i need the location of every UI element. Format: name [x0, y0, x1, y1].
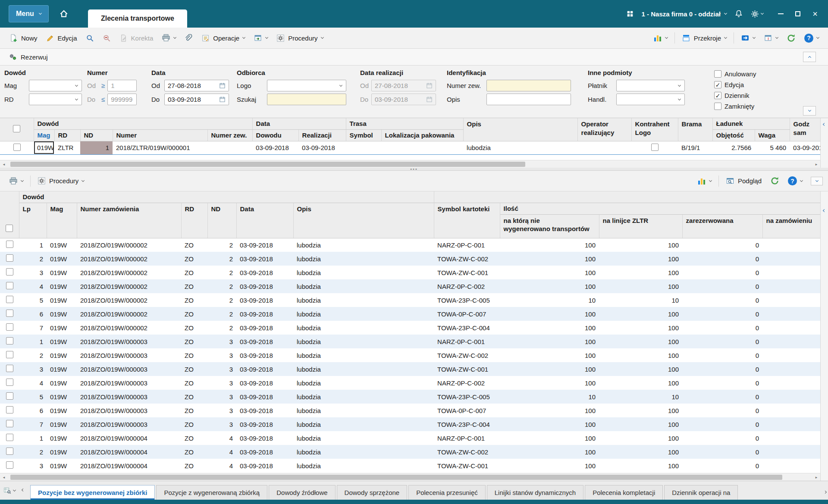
flag-checkbox[interactable] — [714, 103, 721, 110]
column-group-ladunek[interactable]: Ładunek — [712, 118, 790, 129]
row-checkbox[interactable] — [6, 406, 13, 413]
column-operator[interactable]: Operator realizujący — [577, 118, 631, 141]
bottom-tab-1[interactable]: Pozycje bez wygenerowanej zbiórki — [30, 485, 155, 500]
print-button[interactable] — [158, 30, 180, 46]
flag-checkbox[interactable] — [714, 92, 721, 99]
upper-grid-side-panel-toggle[interactable] — [820, 118, 828, 168]
row-checkbox[interactable] — [6, 420, 13, 427]
row-checkbox[interactable] — [6, 365, 13, 372]
row-select-cell[interactable] — [0, 431, 19, 445]
table-row[interactable]: 1019W2018/ZO/019W/000004ZO403-09-2018lub… — [0, 431, 820, 445]
bottom-tab-6[interactable]: Linijki stanów dynamicznych — [487, 485, 583, 500]
bottom-tab-3[interactable]: Dowody źródłowe — [269, 485, 335, 500]
column-numer-zew[interactable]: Numer zew. — [207, 129, 252, 141]
column-waga[interactable]: Waga — [755, 129, 790, 141]
scrollbar-thumb[interactable] — [10, 475, 782, 480]
scroll-left-icon[interactable]: ◂ — [0, 162, 8, 166]
apps-grid-icon[interactable] — [626, 10, 634, 18]
row-select-cell[interactable] — [0, 266, 19, 279]
row-select-cell[interactable] — [0, 238, 19, 252]
column-ilosc-na-linijce[interactable]: na linijce ZLTR — [599, 214, 682, 238]
row-select-cell[interactable] — [0, 417, 19, 431]
bottom-tab-5[interactable]: Polecenia przesunięć — [408, 485, 486, 500]
restore-button[interactable] — [790, 7, 806, 20]
filter-flag[interactable]: Zamknięty — [714, 102, 756, 111]
row-checkbox[interactable] — [6, 461, 13, 469]
row-select-cell[interactable] — [0, 459, 19, 473]
filter-expand-button[interactable] — [803, 52, 816, 62]
lower-grid-side-panel-toggle[interactable] — [820, 191, 828, 481]
edit-button[interactable]: Edycja — [42, 30, 81, 46]
select-all-checkbox[interactable] — [13, 125, 20, 132]
row-select-cell[interactable] — [0, 307, 19, 321]
row-checkbox[interactable] — [6, 254, 13, 262]
table-row[interactable]: 2019W2018/ZO/019W/000003ZO303-09-2018lub… — [0, 348, 820, 362]
procedures-button[interactable]: Procedury — [273, 30, 327, 46]
column-ilosc-na-zamowieniu[interactable]: na zamówieniu — [762, 214, 820, 238]
cell-kontrahent-logo[interactable] — [631, 141, 678, 154]
table-row[interactable]: 1019W2018/ZO/019W/000002ZO203-09-2018lub… — [0, 238, 820, 252]
row-select-cell[interactable] — [0, 348, 19, 362]
column-rd[interactable]: RD — [181, 203, 207, 238]
lower-horizontal-scrollbar[interactable]: ◂ ▸ — [0, 473, 820, 481]
data-do-input[interactable]: 03-09-2018 — [164, 94, 229, 105]
refresh-button[interactable] — [766, 173, 783, 189]
column-brama[interactable]: Brama — [678, 118, 712, 141]
search-button[interactable] — [82, 30, 98, 46]
procedures-button[interactable]: Procedury — [34, 173, 88, 189]
bottom-tab-8[interactable]: Dziennik operacji na — [664, 485, 738, 500]
tab-zlecenia-transportowe[interactable]: Zlecenia transportowe — [88, 9, 187, 28]
filter-flag[interactable]: Dziennik — [714, 91, 756, 100]
platnik-select[interactable] — [616, 80, 685, 91]
filter-flag[interactable]: Anulowany — [714, 69, 756, 78]
help-button[interactable]: ? — [784, 173, 806, 189]
select-all-checkbox[interactable] — [6, 225, 13, 232]
column-numer[interactable]: Numer — [113, 129, 207, 141]
table-row[interactable]: 6019W2018/ZO/019W/000003ZO303-09-2018lub… — [0, 404, 820, 417]
row-select-cell[interactable] — [0, 376, 19, 390]
search-remove-button[interactable] — [99, 30, 115, 46]
help-button[interactable]: ? — [800, 30, 823, 46]
chart-button[interactable] — [693, 173, 715, 189]
column-group-ilosc[interactable]: Ilość — [500, 203, 820, 214]
column-opis[interactable]: Opis — [293, 203, 434, 238]
row-checkbox[interactable] — [6, 268, 13, 275]
row-select-cell[interactable] — [0, 279, 19, 293]
row-checkbox[interactable] — [6, 434, 13, 441]
row-select-cell[interactable] — [0, 321, 19, 335]
szukaj-input[interactable] — [267, 94, 346, 105]
column-objetosc[interactable]: Objętość — [712, 129, 755, 141]
row-checkbox[interactable] — [6, 310, 13, 317]
alerts-window-button[interactable]: ! — [760, 30, 782, 46]
column-realizacji[interactable]: Realizacji — [298, 129, 346, 141]
column-lp[interactable]: Lp — [19, 203, 47, 238]
menu-button[interactable]: Menu — [9, 5, 49, 22]
table-row[interactable]: 5019W2018/ZO/019W/000002ZO203-09-2018lub… — [0, 293, 820, 307]
column-rd[interactable]: RD — [54, 129, 80, 141]
column-nd[interactable]: ND — [207, 203, 236, 238]
row-select-cell[interactable] — [0, 362, 19, 376]
table-row[interactable]: 4019W2018/ZO/019W/000002ZO203-09-2018lub… — [0, 279, 820, 293]
row-checkbox[interactable] — [6, 337, 13, 344]
rd-select[interactable] — [29, 94, 82, 105]
select-all-header[interactable] — [0, 118, 34, 141]
attachments-button[interactable] — [181, 30, 197, 46]
row-select-cell[interactable] — [0, 390, 19, 404]
table-row[interactable]: 3019W2018/ZO/019W/000002ZO203-09-2018lub… — [0, 266, 820, 279]
opis-input[interactable] — [486, 94, 571, 105]
notifications-bell-icon[interactable] — [734, 9, 743, 18]
column-numer-zamowienia[interactable]: Numer zamówienia — [77, 203, 181, 238]
lower-collapse-button[interactable] — [811, 177, 823, 185]
column-symbol[interactable]: Symbol — [346, 129, 381, 141]
export-button[interactable] — [737, 30, 759, 46]
column-group-dowod[interactable]: Dowód — [19, 191, 434, 203]
table-row[interactable]: 6019W2018/ZO/019W/000002ZO203-09-2018lub… — [0, 307, 820, 321]
tabs-scroll-right[interactable] — [824, 487, 826, 495]
kontrahent-logo-checkbox[interactable] — [651, 144, 659, 151]
scrollbar-thumb[interactable] — [10, 162, 525, 167]
column-ilosc-zarezerwowana[interactable]: zarezerwowana — [682, 214, 762, 238]
column-symbol-kartoteki[interactable]: Symbol kartoteki — [434, 203, 500, 238]
column-data[interactable]: Data — [236, 203, 293, 238]
tabs-scroll-left[interactable] — [18, 485, 28, 496]
column-group-dowod[interactable]: Dowód — [34, 118, 252, 129]
